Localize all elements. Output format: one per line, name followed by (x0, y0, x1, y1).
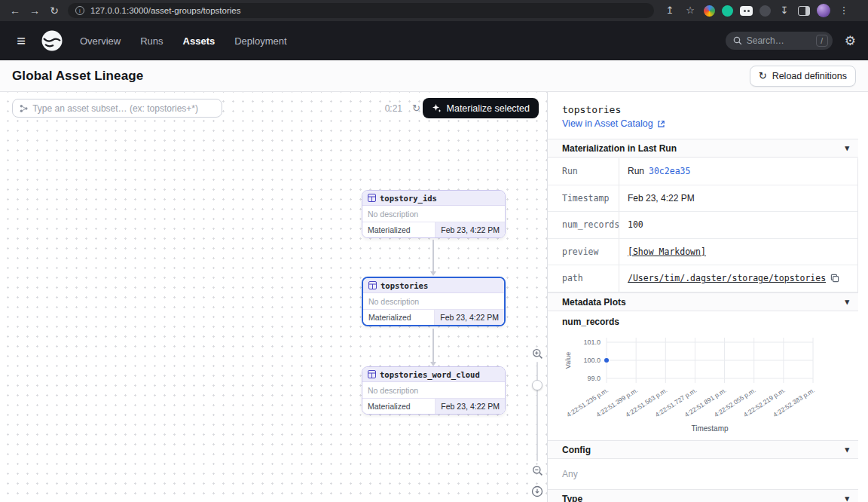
section-label: Type (562, 494, 582, 502)
lineage-graph-panel[interactable]: 0:21 ↻ Materialize selected topstory_ (0, 92, 548, 502)
asset-node-header: topstories (363, 278, 504, 293)
svg-text:Timestamp: Timestamp (691, 424, 729, 433)
settings-gear-icon[interactable]: ⚙ (845, 33, 856, 49)
timestamp-value: Feb 23, 4:22 PM (628, 193, 695, 204)
extension-icon-4[interactable] (760, 5, 771, 17)
download-icon[interactable]: ↧ (778, 0, 791, 21)
table-row-preview: preview [Show Markdown] (548, 239, 857, 266)
row-key: preview (548, 239, 619, 265)
plot-title: num_records (562, 317, 619, 327)
asset-subset-input[interactable] (32, 103, 215, 114)
site-info-icon[interactable]: i (75, 6, 84, 15)
forward-icon[interactable]: → (26, 0, 44, 21)
search-icon (733, 36, 742, 45)
materialize-timer: 0:21 (385, 103, 402, 114)
asset-node-topstories[interactable]: topstories No description Materialized F… (362, 277, 506, 326)
table-row-num-records: num_records 100 (548, 212, 857, 239)
reload-definitions-label: Reload definitions (772, 71, 847, 81)
sparkle-icon (432, 103, 442, 113)
share-icon[interactable]: ↥ (663, 0, 677, 21)
asset-filter-box[interactable] (12, 99, 222, 118)
asset-node-header: topstory_ids (362, 191, 505, 206)
chevron-down-icon: ▾ (845, 494, 849, 502)
app-header: ≡ Overview Runs Assets Deployment / ⚙ (0, 21, 868, 60)
asset-description: No description (362, 206, 505, 222)
path-link[interactable]: /Users/tim/.dagster/storage/topstories (628, 273, 826, 283)
table-icon (368, 370, 376, 378)
asset-node-topstory-ids[interactable]: topstory_ids No description Materialized… (362, 190, 506, 238)
row-value: Feb 23, 4:22 PM (619, 185, 857, 212)
browser-window: ← → ↻ i 127.0.0.1:3000/asset-groups/tops… (0, 0, 868, 502)
search-input[interactable] (747, 35, 808, 46)
section-metadata-plots[interactable]: Metadata Plots ▾ (548, 292, 858, 311)
section-label: Metadata Plots (562, 297, 626, 308)
lineage-edge (432, 240, 434, 271)
materialize-selected-button[interactable]: Materialize selected (423, 98, 539, 118)
asset-name: topstories (381, 281, 428, 290)
recenter-icon[interactable] (531, 485, 543, 500)
reload-definitions-icon: ↻ (759, 70, 767, 81)
materialized-status: Materialized (362, 399, 435, 414)
svg-text:Value: Value (564, 352, 572, 369)
config-value: Any (562, 469, 578, 479)
reload-icon[interactable]: ↻ (45, 0, 63, 21)
asset-detail-title: topstories (562, 104, 621, 115)
show-markdown-link[interactable]: [Show Markdown] (628, 246, 706, 257)
row-value: Run 30c2ea35 (619, 158, 857, 185)
reload-definitions-button[interactable]: ↻ Reload definitions (750, 66, 856, 87)
run-id-link[interactable]: 30c2ea35 (649, 166, 690, 176)
section-label: Materialization in Last Run (562, 143, 677, 154)
timer-refresh-icon[interactable]: ↻ (412, 103, 420, 114)
chevron-down-icon: ▾ (845, 143, 849, 153)
row-key: num_records (548, 212, 619, 238)
asset-node-header: topstories_word_cloud (362, 367, 505, 382)
menu-dots-icon[interactable]: ⋮ (837, 0, 851, 21)
extension-icon-1[interactable] (704, 5, 715, 17)
main-content: 0:21 ↻ Materialize selected topstory_ (0, 92, 868, 502)
extension-icon-3[interactable] (740, 6, 753, 16)
asset-name: topstories_word_cloud (380, 370, 480, 379)
zoom-slider-track[interactable] (536, 362, 538, 461)
sidebar-toggle-icon[interactable] (798, 6, 810, 16)
section-config[interactable]: Config ▾ (548, 440, 858, 459)
url-bar[interactable]: i 127.0.0.1:3000/asset-groups/topstories (68, 3, 654, 18)
table-row-timestamp: Timestamp Feb 23, 4:22 PM (548, 185, 857, 213)
asset-status-row: Materialized Feb 23, 4:22 PM (362, 222, 505, 237)
global-search[interactable]: / (726, 32, 833, 50)
back-icon[interactable]: ← (6, 0, 24, 21)
metadata-plot-svg: 99.0100.0101.04:22:51.235 p.m.4:22:51.39… (557, 329, 860, 436)
dagster-logo[interactable] (41, 29, 63, 52)
nav-item-assets[interactable]: Assets (183, 35, 215, 47)
asset-status-row: Materialized Feb 23, 4:22 PM (363, 309, 504, 325)
zoom-out-icon[interactable] (532, 465, 543, 479)
table-row-run: Run Run 30c2ea35 (548, 158, 857, 185)
row-value: [Show Markdown] (619, 239, 857, 265)
table-icon (368, 281, 377, 289)
asset-description: No description (363, 293, 504, 309)
asset-node-topstories-word-cloud[interactable]: topstories_word_cloud No description Mat… (362, 366, 506, 415)
profile-avatar[interactable] (817, 4, 830, 17)
extension-icon-2[interactable] (722, 5, 733, 17)
browser-toolbar: ← → ↻ i 127.0.0.1:3000/asset-groups/tops… (0, 0, 868, 21)
section-materialization-last-run[interactable]: Materialization in Last Run ▾ (548, 139, 858, 158)
section-type[interactable]: Type ▾ (548, 489, 858, 502)
materialized-status: Materialized (362, 222, 435, 237)
row-value: 100 (619, 212, 857, 238)
zoom-slider-handle[interactable] (532, 380, 542, 390)
nav-item-runs[interactable]: Runs (140, 35, 163, 47)
run-prefix: Run (628, 166, 644, 176)
copy-icon[interactable] (830, 274, 839, 283)
row-key: path (548, 265, 619, 292)
view-in-asset-catalog-link[interactable]: View in Asset Catalog (562, 118, 665, 129)
dagster-logo-icon (41, 29, 63, 52)
hamburger-menu-icon[interactable]: ≡ (12, 32, 30, 50)
nav-item-overview[interactable]: Overview (80, 35, 121, 47)
zoom-in-icon[interactable] (532, 348, 543, 363)
materialized-time: Feb 23, 4:22 PM (435, 399, 505, 414)
lineage-edge (432, 329, 434, 362)
asset-name: topstory_ids (380, 194, 437, 203)
bookmark-star-icon[interactable]: ☆ (683, 0, 697, 21)
nav-item-deployment[interactable]: Deployment (234, 35, 286, 47)
row-value: /Users/tim/.dagster/storage/topstories (619, 265, 857, 292)
section-label: Config (562, 445, 591, 455)
